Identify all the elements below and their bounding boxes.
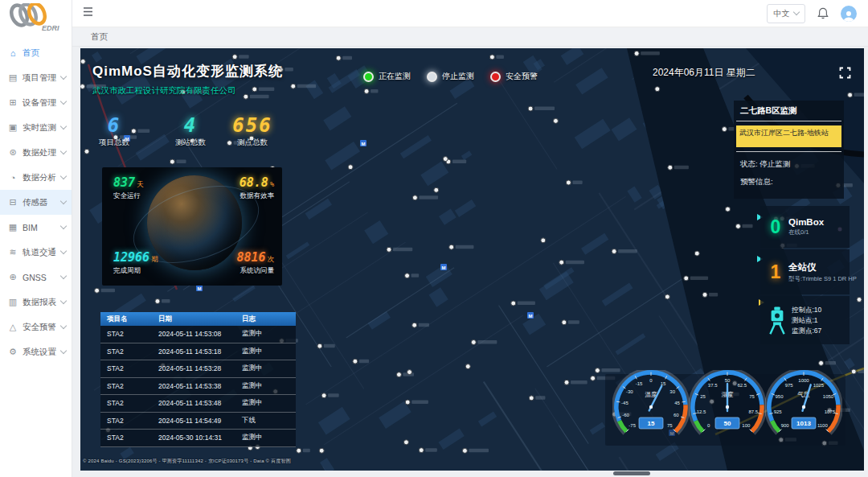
log-project-cell: STA2	[100, 399, 158, 407]
device-subtext: 在线0/1	[788, 228, 824, 236]
gauge-value: 15	[648, 420, 655, 427]
svg-text:975: 975	[785, 383, 794, 388]
sidebar-item-process[interactable]: ⊛数据处理	[0, 140, 72, 165]
project-icon: ▤	[7, 72, 18, 83]
svg-text:M: M	[198, 286, 202, 291]
chevron-down-icon	[60, 98, 67, 105]
sidebar-item-bim[interactable]: ▦BIM	[0, 215, 72, 240]
sidebar-item-project[interactable]: ▤项目管理	[0, 65, 72, 90]
station-warning-line: 预警信息:	[736, 177, 841, 187]
log-date-cell: 2024-05-11 14:54:49	[158, 417, 242, 425]
log-date-cell: 2024-05-11 14:53:28	[158, 364, 242, 372]
svg-text:62.5: 62.5	[737, 383, 747, 388]
point-stat-line: 控制点:10	[792, 305, 821, 315]
log-table-row[interactable]: STA22024-05-11 14:54:49下线	[100, 413, 296, 430]
svg-text:1075: 1075	[825, 409, 836, 414]
svg-text:M: M	[529, 314, 533, 319]
user-avatar[interactable]	[841, 6, 857, 22]
sidebar-item-sensor[interactable]: ⊟传感器	[0, 190, 72, 215]
sidebar-item-label: 安全预警	[23, 322, 61, 333]
svg-text:-75: -75	[628, 423, 636, 428]
log-table-row[interactable]: STA22024-05-11 14:53:18监测中	[100, 343, 296, 361]
sidebar-item-label: BIM	[23, 223, 61, 232]
svg-text:-15: -15	[636, 381, 643, 386]
legend-dot-icon	[490, 72, 501, 82]
legend-item: 正在监测	[363, 71, 411, 82]
point-stats-panel: 控制点:10测站点:1监测点:67	[760, 296, 850, 344]
station-selector[interactable]: 武汉市江岸区二七路-地铁站	[736, 125, 841, 147]
log-status-cell: 监测中	[242, 433, 290, 442]
gauge-气压: 90092595097510001025105010751100气压1013	[765, 370, 842, 447]
notification-bell-icon[interactable]	[817, 7, 829, 19]
stat-label: 测点总数	[219, 138, 286, 148]
gauge-湿度: 012.52537.55062.57587.5100湿度50	[689, 370, 766, 447]
log-status-cell: 监测中	[242, 398, 290, 408]
sidebar-item-settings[interactable]: ⚙系统设置	[0, 339, 72, 364]
log-date-cell: 2024-05-11 14:53:18	[158, 347, 242, 356]
gnss-icon: ⊕	[7, 272, 18, 282]
log-table-column: 项目名	[100, 315, 158, 324]
legend-dot-icon	[427, 72, 437, 82]
device-subtext: 型号:Trimble S9 1 DR HP	[788, 275, 857, 283]
legend-label: 正在监测	[379, 71, 411, 82]
svg-text:25: 25	[700, 394, 706, 399]
sidebar-item-device[interactable]: ⊞设备管理	[0, 90, 72, 115]
overview-stat-value: 8816	[236, 250, 265, 265]
map-attribution: © 2024 Baidu - GS(2023)3206号 - 甲测资字11111…	[83, 458, 291, 465]
log-table-row[interactable]: STA22024-05-11 14:53:48监测中	[100, 395, 296, 413]
stat-label: 测站总数	[157, 138, 224, 148]
stat-item: 4测站总数	[157, 115, 224, 148]
log-project-cell: STA2	[100, 347, 158, 356]
horizontal-scrollbar[interactable]	[613, 471, 650, 475]
sidebar-item-gnss[interactable]: ⊕GNSS	[0, 265, 72, 290]
sidebar-item-alert[interactable]: △安全预警	[0, 315, 72, 339]
language-selector[interactable]: 中文	[767, 4, 805, 23]
overview-stat-value: 12966	[113, 250, 149, 265]
device-name: QimBox	[788, 217, 824, 227]
sensor-icon: ⊟	[7, 197, 18, 208]
log-table-row[interactable]: STA22024-05-30 10:14:31监测中	[100, 430, 296, 447]
tab-home[interactable]: 首页	[91, 31, 108, 43]
svg-text:1050: 1050	[823, 394, 834, 399]
sidebar: EDRI ⌂首页▤项目管理⊞设备管理▣实时监测⊛数据处理◔数据分析⊟传感器▦BI…	[0, 0, 72, 477]
overview-stat: 837天安全运行	[113, 175, 144, 201]
svg-text:75: 75	[749, 394, 755, 399]
svg-text:45: 45	[674, 401, 680, 405]
sidebar-item-rail[interactable]: ≋轨道交通	[0, 240, 72, 265]
stat-item: 6项目总数	[80, 115, 148, 148]
rail-icon: ≋	[7, 247, 18, 257]
log-table-row[interactable]: STA22024-05-11 14:53:08监测中	[100, 326, 296, 343]
topbar: 中文	[72, 0, 868, 27]
bim-icon: ▦	[7, 222, 18, 232]
logo-icon: EDRI	[6, 3, 63, 34]
device-name: 全站仪	[788, 261, 857, 273]
sidebar-item-analysis[interactable]: ◔数据分析	[0, 165, 72, 190]
point-stat-line: 测站点:1	[792, 315, 821, 326]
legend-label: 安全预警	[506, 71, 538, 82]
device-count: 0	[763, 216, 788, 238]
log-date-cell: 2024-05-30 10:14:31	[158, 434, 242, 442]
stat-value: 656	[219, 115, 286, 136]
gauge-value: 50	[724, 420, 731, 427]
log-table-row[interactable]: STA22024-05-11 14:53:28监测中	[100, 360, 296, 378]
overview-stat-label: 数据有效率	[240, 191, 274, 201]
sidebar-item-report[interactable]: ▥数据报表	[0, 290, 72, 315]
sidebar-item-home[interactable]: ⌂首页	[0, 40, 72, 65]
legend-item: 停止监测	[427, 71, 474, 82]
fullscreen-button[interactable]	[839, 67, 851, 79]
device-icon: ⊞	[7, 97, 18, 108]
map-canvas[interactable]: MMMMMMM QimMoS自动化变形监测系统 武汉市政工程设计研究院有限责任公…	[80, 48, 864, 471]
language-value: 中文	[774, 8, 790, 19]
overview-stat-unit: 期	[151, 255, 158, 263]
log-table-row[interactable]: STA22024-05-11 14:53:38监测中	[100, 378, 296, 396]
station-panel-title: 二七路B区监测	[736, 105, 841, 117]
overview-panel: 837天安全运行68.8%数据有效率12966期完成周期8816次系统访问量	[102, 167, 282, 286]
chevron-down-icon	[60, 148, 67, 154]
chevron-down-icon	[60, 273, 67, 279]
svg-text:0: 0	[649, 378, 653, 383]
log-date-cell: 2024-05-11 14:53:08	[158, 330, 242, 338]
overview-stat-value: 837	[113, 175, 135, 190]
sidebar-item-monitor[interactable]: ▣实时监测	[0, 115, 72, 140]
sidebar-collapse-button[interactable]	[82, 6, 94, 21]
collapse-menu-icon	[82, 6, 94, 18]
